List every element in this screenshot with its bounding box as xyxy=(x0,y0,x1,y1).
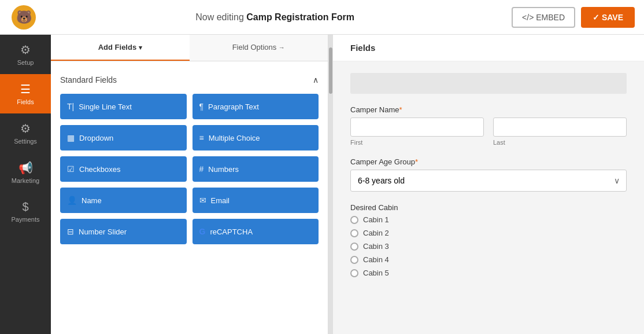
cabin-5-label: Cabin 5 xyxy=(363,269,389,277)
field-btn-email[interactable]: ✉ Email xyxy=(193,188,319,213)
field-btn-recaptcha[interactable]: G reCAPTCHA xyxy=(193,219,319,244)
multiple-choice-icon: ≡ xyxy=(199,133,204,142)
panel-content: Standard Fields ∧ T| Single Line Text ¶ … xyxy=(51,61,328,334)
sidebar-item-fields[interactable]: ☰ Fields xyxy=(0,74,51,113)
numbers-icon: # xyxy=(199,164,204,174)
cabin-2-item: Cabin 2 xyxy=(350,229,627,237)
scroll-thumb[interactable] xyxy=(329,47,332,94)
camper-age-group: Camper Age Group* 6-8 years old 9-11 yea… xyxy=(350,157,627,192)
sidebar-label-settings: Settings xyxy=(14,138,37,145)
field-btn-dropdown[interactable]: ▦ Dropdown xyxy=(60,125,187,151)
section-title: Fields xyxy=(350,43,375,53)
age-required-marker: * xyxy=(415,157,418,166)
cabin-3-radio[interactable] xyxy=(350,243,358,251)
fields-grid: T| Single Line Text ¶ Paragraph Text ▦ D… xyxy=(60,94,319,244)
sidebar-label-fields: Fields xyxy=(17,98,34,105)
first-name-input[interactable] xyxy=(350,118,484,137)
last-name-input[interactable] xyxy=(493,118,627,137)
sidebar: ⚙ Setup ☰ Fields ⚙ Settings 📢 Marketing … xyxy=(0,35,51,334)
field-btn-recaptcha-label: reCAPTCHA xyxy=(210,227,253,236)
desired-cabin-group: Desired Cabin Cabin 1 Cabin 2 Cabin 3 xyxy=(350,203,627,277)
collapse-icon: ∧ xyxy=(313,75,319,85)
cabin-1-label: Cabin 1 xyxy=(363,215,389,224)
payments-icon: $ xyxy=(22,200,28,214)
embed-button[interactable]: </> EMBED xyxy=(512,7,575,28)
paragraph-text-icon: ¶ xyxy=(199,102,204,111)
sidebar-label-payments: Payments xyxy=(12,216,40,223)
name-icon: 👤 xyxy=(67,196,77,205)
first-label: First xyxy=(350,139,484,146)
camper-name-label: Camper Name* xyxy=(350,105,627,114)
fields-icon: ☰ xyxy=(20,82,31,96)
standard-fields-header: Standard Fields ∧ xyxy=(60,71,319,94)
cabin-2-radio[interactable] xyxy=(350,229,358,237)
arrow-right-icon: → xyxy=(279,44,285,51)
cabin-4-radio[interactable] xyxy=(350,256,358,264)
email-icon: ✉ xyxy=(199,196,206,205)
save-button[interactable]: ✓ SAVE xyxy=(581,7,635,28)
field-btn-number-slider[interactable]: ⊟ Number Slider xyxy=(60,219,187,244)
required-marker: * xyxy=(399,105,402,114)
sidebar-item-setup[interactable]: ⚙ Setup xyxy=(0,35,51,74)
sidebar-item-settings[interactable]: ⚙ Settings xyxy=(0,113,51,153)
tab-add-fields[interactable]: Add Fields ▾ xyxy=(51,35,190,61)
cabin-1-item: Cabin 1 xyxy=(350,215,627,224)
sidebar-item-marketing[interactable]: 📢 Marketing xyxy=(0,153,51,192)
sidebar-label-marketing: Marketing xyxy=(12,177,39,184)
desired-cabin-label: Desired Cabin xyxy=(350,203,627,212)
tab-field-options[interactable]: Field Options → xyxy=(190,35,328,61)
settings-icon: ⚙ xyxy=(20,122,31,135)
field-btn-single-line-text[interactable]: T| Single Line Text xyxy=(60,94,187,119)
topbar-actions: </> EMBED ✓ SAVE xyxy=(512,7,635,28)
cabin-3-item: Cabin 3 xyxy=(350,242,627,251)
field-btn-name-label: Name xyxy=(82,196,102,205)
cabin-5-radio[interactable] xyxy=(350,269,358,277)
recaptcha-icon: G xyxy=(199,227,206,236)
tab-add-fields-label: Add Fields xyxy=(98,43,136,52)
cabin-5-item: Cabin 5 xyxy=(350,269,627,277)
bear-logo: 🐻 xyxy=(12,5,36,30)
field-btn-multiple-choice[interactable]: ≡ Multiple Choice xyxy=(193,125,319,151)
form-preview-header: Fields xyxy=(333,35,644,61)
field-btn-email-label: Email xyxy=(211,196,230,205)
scroll-indicator[interactable] xyxy=(328,35,333,334)
cabin-4-item: Cabin 4 xyxy=(350,255,627,264)
field-btn-checkboxes[interactable]: ☑ Checkboxes xyxy=(60,156,187,182)
logo: 🐻 xyxy=(9,3,38,32)
field-btn-multiple-choice-label: Multiple Choice xyxy=(209,134,260,142)
cabin-3-label: Cabin 3 xyxy=(363,242,389,251)
cabin-1-radio[interactable] xyxy=(350,216,358,224)
field-btn-number-slider-label: Number Slider xyxy=(79,227,127,236)
tab-field-options-label: Field Options xyxy=(232,43,277,52)
form-preview-body: Camper Name* First Last Camper Age Gro xyxy=(333,61,644,300)
field-btn-dropdown-label: Dropdown xyxy=(79,134,113,142)
last-name-col: Last xyxy=(493,118,627,146)
camper-name-group: Camper Name* First Last xyxy=(350,105,627,146)
field-btn-numbers-label: Numbers xyxy=(208,165,239,174)
fields-panel: Add Fields ▾ Field Options → Standard Fi… xyxy=(51,35,328,334)
camper-age-label: Camper Age Group* xyxy=(350,157,627,166)
panel-tabs: Add Fields ▾ Field Options → xyxy=(51,35,328,61)
field-btn-numbers[interactable]: # Numbers xyxy=(193,156,319,182)
sidebar-item-payments[interactable]: $ Payments xyxy=(0,192,51,231)
field-btn-single-line-text-label: Single Line Text xyxy=(79,102,132,111)
editing-prefix: Now editing xyxy=(195,12,246,22)
field-btn-name[interactable]: 👤 Name xyxy=(60,188,187,213)
main-layout: ⚙ Setup ☰ Fields ⚙ Settings 📢 Marketing … xyxy=(0,35,644,334)
form-title-bar xyxy=(350,73,627,94)
chevron-down-icon: ▾ xyxy=(139,44,142,51)
single-line-text-icon: T| xyxy=(67,102,74,111)
first-name-col: First xyxy=(350,118,484,146)
checkboxes-icon: ☑ xyxy=(67,164,75,174)
form-title: Now editing Camp Registration Form xyxy=(38,12,512,23)
number-slider-icon: ⊟ xyxy=(67,227,74,236)
field-btn-checkboxes-label: Checkboxes xyxy=(79,165,121,174)
age-select-wrapper: 6-8 years old 9-11 years old 12-14 years… xyxy=(350,170,627,192)
topbar: 🐻 Now editing Camp Registration Form </>… xyxy=(0,0,644,35)
age-select[interactable]: 6-8 years old 9-11 years old 12-14 years… xyxy=(350,170,627,192)
field-btn-paragraph-text[interactable]: ¶ Paragraph Text xyxy=(193,94,319,119)
sidebar-label-setup: Setup xyxy=(17,59,34,66)
cabin-4-label: Cabin 4 xyxy=(363,255,389,264)
form-preview: Fields Camper Name* First Last xyxy=(333,35,644,334)
dropdown-icon: ▦ xyxy=(67,133,75,142)
